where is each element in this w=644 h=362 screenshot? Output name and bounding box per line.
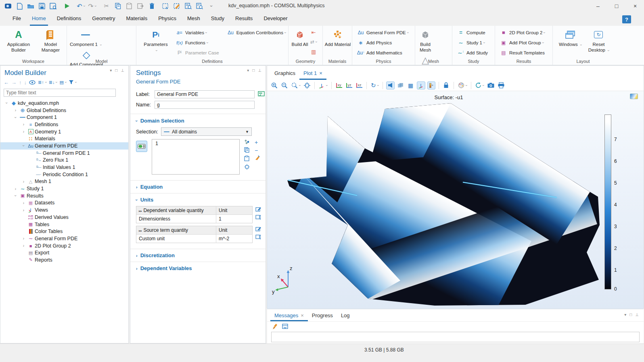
color-legend-icon[interactable]: ≡ <box>427 81 435 89</box>
tree-row[interactable]: ›▣Results <box>0 192 128 200</box>
transparency-icon[interactable] <box>397 81 405 89</box>
paste-selection-icon[interactable] <box>244 156 250 162</box>
panel-float-icon[interactable]: □ <box>115 68 117 73</box>
zoom-to-selection-icon[interactable] <box>244 164 250 171</box>
tree-row[interactable]: ›AGeometry 1 <box>0 128 128 135</box>
rename-icon[interactable] <box>258 91 265 98</box>
tree-row[interactable]: ᴰ—Initial Values 1 <box>0 164 128 171</box>
toolbar-overflow-button[interactable]: › <box>205 1 216 11</box>
add-to-selection-icon[interactable]: + <box>255 139 260 146</box>
menu-definitions[interactable]: Definitions <box>55 13 84 26</box>
new-file-button[interactable] <box>14 1 25 11</box>
quantity-cell[interactable]: Custom unit <box>136 235 216 243</box>
build-mesh-button[interactable]: Build Mesh <box>417 27 434 53</box>
domain-selection-section[interactable]: ›Domain Selection <box>130 114 266 124</box>
tree-row[interactable]: ∷Materials <box>0 135 128 142</box>
update-geometry-icon[interactable]: ⇄› <box>309 38 318 46</box>
add-plot-group-button[interactable]: ▣Add Plot Group› <box>497 37 547 48</box>
add-material-button[interactable]: Add Material <box>324 27 351 48</box>
tab-progress[interactable]: Progress <box>308 309 337 321</box>
find-button[interactable] <box>182 1 194 11</box>
unit-list-icon[interactable] <box>255 215 261 221</box>
dependent-variables-section[interactable]: ›Dependent Variables <box>130 262 266 275</box>
tree-row[interactable]: Color Tables <box>0 228 128 235</box>
node-grouping-icon[interactable]: ▤› <box>59 80 66 85</box>
menu-mesh[interactable]: Mesh <box>185 13 202 26</box>
redo-button[interactable]: ↷› <box>86 1 98 11</box>
panel-menu-icon[interactable]: ▾ <box>110 68 112 73</box>
insert-sequence-icon[interactable]: ⇤ <box>309 28 318 36</box>
compute-button[interactable]: =Compute <box>454 27 490 37</box>
clear-messages-icon[interactable] <box>270 324 280 329</box>
run-button[interactable] <box>61 1 73 11</box>
functions-button[interactable]: f(x)Functions› <box>173 37 222 48</box>
filter-funnel-icon[interactable]: › <box>69 80 76 85</box>
lock-icon[interactable] <box>442 81 450 89</box>
result-templates-button[interactable]: ▤Result Templates <box>497 48 547 58</box>
menu-developer[interactable]: Developer <box>261 13 289 26</box>
panel-pin-icon[interactable]: ⊥ <box>121 68 124 73</box>
edit-quantity-icon[interactable] <box>255 227 261 233</box>
add-physics-button[interactable]: ∗Add Physics <box>354 37 411 48</box>
tree-row[interactable]: ᴰ→Zero Flux 1 <box>0 157 128 164</box>
view-xy-icon[interactable]: xy <box>335 81 343 89</box>
surface-plot[interactable] <box>267 91 644 309</box>
axis-indicator-icon[interactable] <box>417 81 425 89</box>
zoom-out-icon[interactable] <box>280 81 289 89</box>
email-table-icon[interactable] <box>280 324 290 329</box>
tree-row-selected[interactable]: ›ΔuGeneral Form PDE <box>0 142 128 150</box>
tab-graphics[interactable]: Graphics <box>270 67 299 80</box>
print-icon[interactable] <box>497 81 505 89</box>
domain-list-item[interactable]: 1 <box>155 141 158 146</box>
tree-row[interactable]: ›∼General Form PDE <box>0 235 128 242</box>
windows-button[interactable]: Windows › <box>558 27 583 48</box>
tree-row[interactable]: ᴰ—General Form PDE 1 <box>0 150 128 157</box>
minimize-button[interactable]: – <box>589 0 607 12</box>
model-manager-button[interactable]: Model Manager <box>36 27 65 53</box>
equation-contributions-button[interactable]: ΔuEquation Contributions› <box>224 27 288 37</box>
tree-row[interactable]: —·Periodic Condition 1 <box>0 171 128 178</box>
duplicate-button[interactable] <box>135 1 146 11</box>
cut-button[interactable]: ✂ <box>101 1 112 11</box>
create-selection-icon[interactable] <box>244 139 250 146</box>
unit-cell[interactable]: 1 <box>216 215 253 223</box>
collapse-all-icon[interactable]: ≣↑› <box>38 80 46 85</box>
panel-pin-icon[interactable]: ⊥ <box>635 312 639 317</box>
rotate-icon[interactable]: ↻› <box>370 81 379 89</box>
delete-button[interactable] <box>146 1 157 11</box>
panel-float-icon[interactable]: □ <box>629 312 632 317</box>
discretization-section[interactable]: ›Discretization <box>130 249 266 262</box>
tree-row[interactable]: ›▦Datasets <box>0 200 128 207</box>
back-icon[interactable]: ← <box>4 79 9 85</box>
general-form-pde-button[interactable]: ΔuGeneral Form PDE› <box>354 27 411 37</box>
tree-row[interactable]: ›∼Study 1 <box>0 185 128 192</box>
plot-area[interactable]: Surface: -u1 <box>267 91 644 309</box>
tree-row[interactable]: ›≡Definitions <box>0 121 128 128</box>
tree-filter-input[interactable] <box>4 89 116 97</box>
tree-row[interactable]: 8.85e-12Derived Values <box>0 214 128 221</box>
tree-row[interactable]: ▦Tables <box>0 221 128 228</box>
paste-button[interactable] <box>123 1 135 11</box>
view-yz-icon[interactable]: yz <box>345 81 353 89</box>
menu-file[interactable]: File <box>10 13 23 26</box>
find-in-model-button[interactable] <box>194 1 205 11</box>
select-box-button[interactable] <box>160 1 171 11</box>
tab-log[interactable]: Log <box>337 309 354 321</box>
component-1-button[interactable]: Component 1 › <box>69 27 102 48</box>
expand-all-icon[interactable]: ≣↓› <box>49 80 57 85</box>
tree-row[interactable]: ›Component 1 <box>0 114 128 121</box>
open-button[interactable] <box>25 1 36 11</box>
reset-desktop-button[interactable]: ↻ Reset Desktop › <box>585 27 611 53</box>
clear-selection-icon[interactable] <box>255 155 260 162</box>
menu-geometry[interactable]: Geometry <box>90 13 117 26</box>
panel-float-icon[interactable]: □ <box>252 68 255 73</box>
panel-pin-icon[interactable]: ⊥ <box>258 68 261 73</box>
tree-row[interactable]: ›◆kdv_equation.mph <box>0 100 128 107</box>
scene-light-icon[interactable] <box>386 81 395 89</box>
maximize-button[interactable]: □ <box>608 0 625 12</box>
update-plot-icon[interactable]: › <box>475 81 485 89</box>
plot-tab-close-icon[interactable]: × <box>319 70 322 76</box>
edit-quantity-icon[interactable] <box>255 207 261 213</box>
show-eye-icon[interactable] <box>29 80 36 85</box>
undo-button[interactable]: ↶› <box>75 1 86 11</box>
